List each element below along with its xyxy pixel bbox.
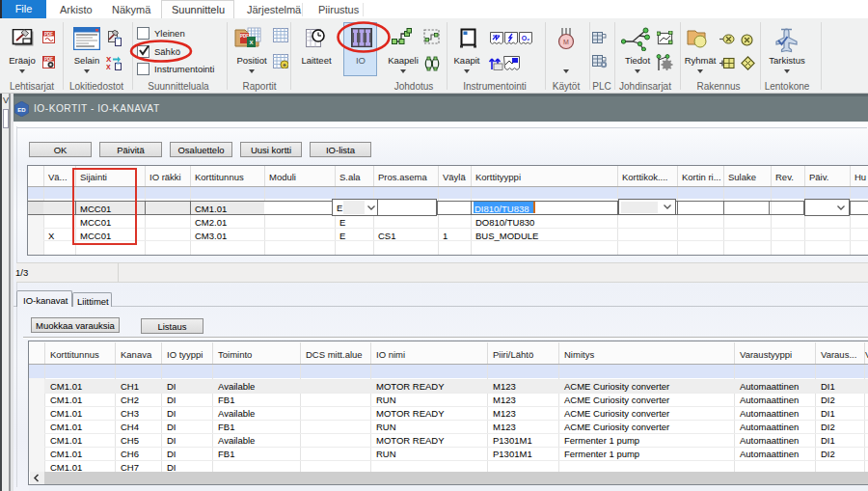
svg-text:X: X bbox=[249, 40, 253, 45]
svg-text:X: X bbox=[106, 64, 111, 70]
svg-text:X: X bbox=[106, 55, 112, 64]
svg-text:O₂: O₂ bbox=[522, 35, 530, 41]
svg-text:PDF: PDF bbox=[44, 32, 53, 37]
svg-text:ED: ED bbox=[17, 107, 26, 113]
svg-text:M: M bbox=[563, 39, 569, 45]
